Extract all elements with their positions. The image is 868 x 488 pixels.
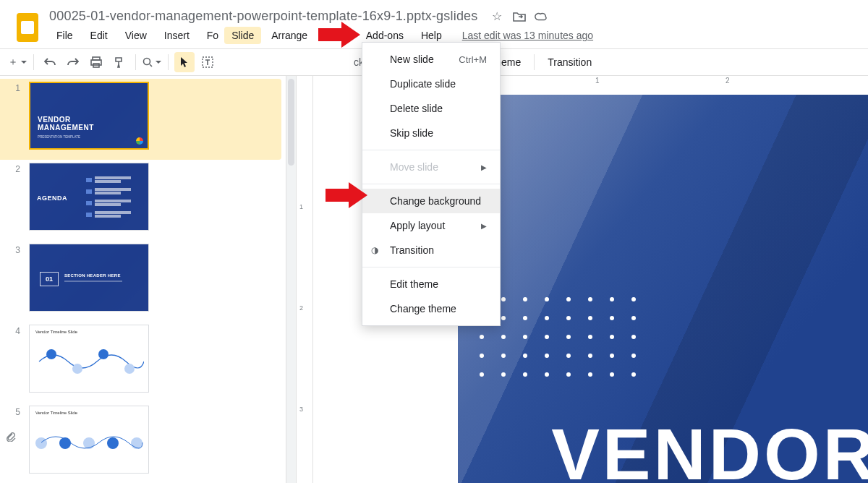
svg-rect-1 — [91, 60, 101, 65]
thumb-subtitle: PRESENTATION TEMPLATE — [38, 135, 80, 139]
menu-format[interactable]: Fo — [200, 27, 221, 44]
textbox-tool-button[interactable] — [197, 52, 218, 72]
paint-format-button[interactable] — [109, 52, 129, 72]
slide-number: 2 — [7, 163, 20, 174]
menu-new-slide[interactable]: New slideCtrl+M — [362, 47, 500, 72]
select-tool-button[interactable] — [174, 52, 195, 72]
vertical-ruler: 1 2 3 — [296, 76, 313, 483]
slide-heading: VENDOR — [551, 413, 868, 483]
thumb-title: AGENDA — [37, 195, 67, 202]
menu-edit[interactable]: Edit — [83, 27, 115, 44]
attachment-icon — [6, 432, 16, 442]
zoom-button[interactable] — [142, 52, 162, 72]
new-slide-button[interactable]: ＋ — [7, 52, 27, 72]
slide-thumb-5[interactable]: 5 Vendor Timeline Slide — [0, 403, 286, 483]
svg-point-7 — [98, 349, 109, 359]
transition-icon: ◑ — [371, 245, 378, 255]
menu-insert[interactable]: Insert — [157, 27, 197, 44]
menu-file[interactable]: File — [49, 27, 80, 44]
thumb-title: VENDORMANAGEMENT — [38, 116, 94, 132]
svg-point-5 — [46, 349, 56, 359]
svg-point-6 — [72, 364, 82, 374]
undo-button[interactable] — [40, 52, 60, 72]
thumb-section-number: 01 — [40, 272, 59, 286]
menu-transition[interactable]: ◑ Transition — [362, 238, 500, 262]
move-to-folder-icon[interactable] — [513, 10, 526, 23]
menu-view[interactable]: View — [118, 27, 154, 44]
menu-slide[interactable]: Slide — [224, 27, 261, 44]
menu-edit-theme[interactable]: Edit theme — [362, 272, 500, 296]
menu-delete-slide[interactable]: Delete slide — [362, 96, 500, 121]
thumb-title: SECTION HEADER HERE — [64, 273, 121, 278]
star-icon[interactable]: ☆ — [491, 10, 504, 23]
svg-point-8 — [124, 364, 135, 374]
menu-move-slide: Move slide▶ — [362, 155, 500, 179]
menu-duplicate-slide[interactable]: Duplicate slide — [362, 72, 500, 96]
slide-number: 4 — [7, 325, 20, 336]
thumb-title: Vendor Timeline Slide — [35, 411, 77, 415]
slide-number: 1 — [7, 82, 20, 93]
document-title[interactable]: 00025-01-vendor-management-powerpoint-te… — [49, 9, 478, 24]
svg-point-3 — [144, 59, 150, 65]
transition-button[interactable]: Transition — [540, 52, 599, 72]
slide-thumb-1[interactable]: 1 VENDORMANAGEMENT PRESENTATION TEMPLATE — [0, 79, 281, 160]
thumb-title: Vendor Timeline Slide — [35, 330, 77, 334]
slides-logo[interactable] — [13, 13, 42, 42]
last-edit-link[interactable]: Last edit was 13 minutes ago — [462, 30, 593, 41]
menu-apply-layout[interactable]: Apply layout▶ — [362, 213, 500, 238]
menu-arrange[interactable]: Arrange — [264, 27, 315, 44]
redo-button[interactable] — [63, 52, 83, 72]
slide-thumb-3[interactable]: 3 01 SECTION HEADER HERE — [0, 241, 286, 322]
dot-pattern — [480, 297, 639, 380]
document-header: 00025-01-vendor-management-powerpoint-te… — [0, 0, 868, 44]
slide-number: 3 — [7, 244, 20, 255]
slide-panel-scrollbar[interactable] — [286, 76, 296, 483]
main-slide[interactable]: VENDOR — [458, 95, 868, 483]
thumb-logo-icon — [136, 137, 143, 145]
slide-menu-dropdown: New slideCtrl+M Duplicate slide Delete s… — [362, 42, 501, 326]
horizontal-ruler: 1 2 — [509, 76, 868, 90]
slide-thumb-2[interactable]: 2 AGENDA — [0, 160, 286, 241]
slide-thumb-4[interactable]: 4 Vendor Timeline Slide — [0, 322, 286, 403]
slide-panel[interactable]: 1 VENDORMANAGEMENT PRESENTATION TEMPLATE… — [0, 76, 286, 483]
menu-change-theme[interactable]: Change theme — [362, 296, 500, 321]
cloud-status-icon[interactable] — [535, 10, 548, 23]
menu-change-background[interactable]: Change background — [362, 189, 500, 213]
print-button[interactable] — [86, 52, 106, 72]
slide-number: 5 — [7, 406, 20, 417]
menu-skip-slide[interactable]: Skip slide — [362, 121, 500, 145]
